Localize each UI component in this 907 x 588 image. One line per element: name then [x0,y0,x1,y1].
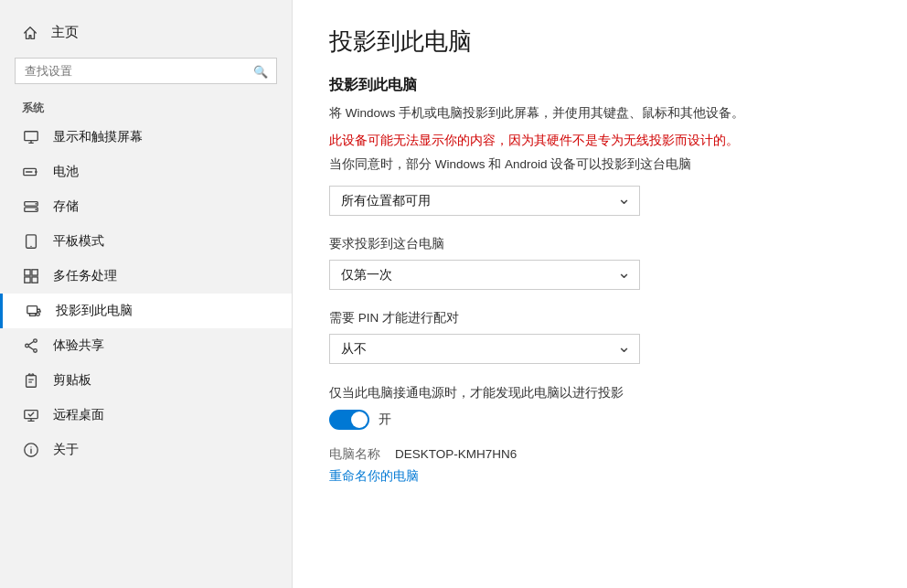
dropdown3-wrapper: 从不 第一次 始终 [329,334,640,364]
dropdown1-wrapper: 所有位置都可用 仅在安全网络中可用 已关闭 [329,186,640,216]
pc-name-row: 电脑名称 DESKTOP-KMH7HN6 [329,446,870,463]
sidebar-section-title: 系统 [0,91,292,120]
sidebar-item-storage[interactable]: 存储 [0,189,292,224]
search-box-container: 🔍 [0,50,292,91]
sidebar-item-label-display: 显示和触摸屏幕 [53,129,143,145]
sidebar-item-tablet[interactable]: 平板模式 [0,224,292,259]
svg-rect-12 [27,306,37,314]
dropdown2-container: 要求投影到这台电脑 仅第一次 每次 从不 [329,236,870,290]
dropdown2-select[interactable]: 仅第一次 每次 从不 [329,260,640,290]
warning-text: 此设备可能无法显示你的内容，因为其硬件不是专为无线投影而设计的。 [329,132,870,150]
dropdown3-select[interactable]: 从不 第一次 始终 [329,334,640,364]
sidebar-item-display[interactable]: 显示和触摸屏幕 [0,120,292,155]
sidebar-item-battery[interactable]: 电池 [0,155,292,189]
sidebar-home-button[interactable]: 主页 [0,15,292,50]
sidebar-item-label-share: 体验共享 [53,337,104,354]
svg-point-15 [26,344,29,347]
dropdown2-wrapper: 仅第一次 每次 从不 [329,260,640,290]
svg-rect-11 [32,277,37,283]
svg-point-7 [30,246,31,247]
search-icon: 🔍 [253,64,268,78]
sidebar-item-label-remote: 远程桌面 [53,407,104,423]
sidebar-item-label-clipboard: 剪贴板 [53,372,91,389]
svg-point-16 [34,349,37,353]
home-icon [22,25,38,41]
battery-icon [22,163,40,181]
sidebar: 主页 🔍 系统 显示和触摸屏幕 电池 [0,0,293,588]
dropdown2-label: 要求投影到这台电脑 [329,236,870,252]
sidebar-item-label-project: 投影到此电脑 [56,303,133,319]
toggle-switch[interactable] [329,410,369,430]
svg-point-4 [36,203,37,205]
description-text: 将 Windows 手机或电脑投影到此屏幕，并使用其键盘、鼠标和其他设备。 [329,104,870,123]
toggle-text: 开 [379,412,391,428]
svg-point-20 [30,446,31,447]
multitask-icon [22,267,40,285]
remote-icon [22,406,40,424]
about-icon [22,441,40,459]
sidebar-item-label-about: 关于 [53,442,79,458]
svg-point-5 [36,208,37,210]
dropdown3-container: 需要 PIN 才能进行配对 从不 第一次 始终 [329,310,870,364]
svg-point-14 [34,339,37,343]
dropdown3-label: 需要 PIN 才能进行配对 [329,310,870,326]
share-icon [22,337,40,355]
storage-icon [22,198,40,216]
svg-rect-9 [32,270,37,275]
sidebar-item-project[interactable]: 投影到此电脑 [0,294,292,328]
svg-point-13 [37,313,40,316]
dropdown1-container: 所有位置都可用 仅在安全网络中可用 已关闭 [329,186,870,216]
clipboard-icon [22,371,40,390]
sidebar-item-clipboard[interactable]: 剪贴板 [0,363,292,398]
pc-name-label: 电脑名称 [329,446,380,463]
page-title: 投影到此电脑 [329,26,870,58]
sidebar-item-share[interactable]: 体验共享 [0,328,292,363]
svg-rect-8 [25,270,30,275]
search-input[interactable] [15,58,277,84]
dropdown1-select[interactable]: 所有位置都可用 仅在安全网络中可用 已关闭 [329,186,640,216]
sub-description: 当你同意时，部分 Windows 和 Android 设备可以投影到这台电脑 [329,156,870,173]
sidebar-item-label-tablet: 平板模式 [53,233,104,250]
project-icon [25,302,43,320]
svg-rect-10 [25,277,30,283]
sidebar-item-remote[interactable]: 远程桌面 [0,398,292,433]
main-content: 投影到此电脑 投影到此电脑 将 Windows 手机或电脑投影到此屏幕，并使用其… [293,0,907,588]
tablet-icon [22,232,40,251]
toggle-row: 仅当此电脑接通电源时，才能发现此电脑以进行投影 开 [329,384,870,430]
home-label: 主页 [51,24,79,41]
svg-rect-17 [27,376,37,388]
pc-name-value: DESKTOP-KMH7HN6 [395,447,517,461]
sidebar-item-label-multitask: 多任务处理 [53,268,117,284]
toggle-with-text: 开 [329,410,870,430]
sidebar-item-label-storage: 存储 [53,198,79,215]
sidebar-item-label-battery: 电池 [53,164,79,180]
sidebar-item-multitask[interactable]: 多任务处理 [0,259,292,294]
rename-link[interactable]: 重命名你的电脑 [329,468,870,485]
svg-rect-0 [25,132,37,141]
section-title: 投影到此电脑 [329,76,870,95]
sidebar-item-about[interactable]: 关于 [0,433,292,467]
monitor-icon [22,128,40,146]
toggle-label: 仅当此电脑接通电源时，才能发现此电脑以进行投影 [329,384,870,402]
